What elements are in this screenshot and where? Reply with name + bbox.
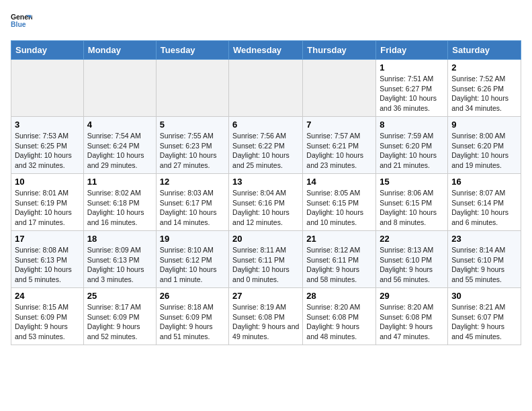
svg-text:General: General: [11, 13, 32, 21]
day-info: Sunrise: 7:52 AM Sunset: 6:26 PM Dayligh…: [451, 74, 517, 113]
day-number: 27: [232, 291, 299, 301]
day-info: Sunrise: 8:05 AM Sunset: 6:15 PM Dayligh…: [306, 188, 372, 228]
header-sunday: Sunday: [11, 41, 84, 60]
calendar-cell: 3Sunrise: 7:53 AM Sunset: 6:25 PM Daylig…: [11, 117, 84, 174]
day-number: 28: [306, 291, 372, 301]
day-number: 15: [380, 177, 444, 187]
svg-text:Blue: Blue: [11, 21, 26, 28]
day-info: Sunrise: 8:10 AM Sunset: 6:12 PM Dayligh…: [160, 245, 225, 285]
calendar-cell: 28Sunrise: 8:20 AM Sunset: 6:08 PM Dayli…: [303, 288, 376, 345]
day-number: 9: [451, 120, 517, 130]
calendar-cell: 12Sunrise: 8:03 AM Sunset: 6:17 PM Dayli…: [156, 174, 228, 231]
calendar-cell: 2Sunrise: 7:52 AM Sunset: 6:26 PM Daylig…: [448, 60, 521, 117]
day-number: 30: [451, 291, 517, 301]
day-info: Sunrise: 7:54 AM Sunset: 6:24 PM Dayligh…: [87, 131, 152, 171]
calendar-cell: 16Sunrise: 8:07 AM Sunset: 6:14 PM Dayli…: [448, 174, 521, 231]
header: General Blue: [11, 11, 521, 32]
header-tuesday: Tuesday: [156, 41, 228, 60]
day-number: 10: [15, 177, 80, 187]
calendar-cell: 1Sunrise: 7:51 AM Sunset: 6:27 PM Daylig…: [376, 60, 448, 117]
calendar-cell: 9Sunrise: 8:00 AM Sunset: 6:20 PM Daylig…: [448, 117, 521, 174]
week-row-3: 17Sunrise: 8:08 AM Sunset: 6:13 PM Dayli…: [11, 231, 521, 288]
day-number: 4: [87, 120, 152, 130]
calendar-cell: 6Sunrise: 7:56 AM Sunset: 6:22 PM Daylig…: [229, 117, 303, 174]
day-number: 17: [15, 234, 80, 244]
day-number: 23: [451, 234, 517, 244]
calendar-cell: 23Sunrise: 8:14 AM Sunset: 6:10 PM Dayli…: [448, 231, 521, 288]
day-info: Sunrise: 8:06 AM Sunset: 6:15 PM Dayligh…: [380, 188, 444, 228]
day-info: Sunrise: 8:18 AM Sunset: 6:09 PM Dayligh…: [160, 302, 225, 342]
calendar-cell: 11Sunrise: 8:02 AM Sunset: 6:18 PM Dayli…: [83, 174, 156, 231]
day-info: Sunrise: 8:04 AM Sunset: 6:16 PM Dayligh…: [232, 188, 299, 228]
day-info: Sunrise: 8:17 AM Sunset: 6:09 PM Dayligh…: [87, 302, 152, 342]
day-number: 24: [15, 291, 80, 301]
calendar-cell: 27Sunrise: 8:19 AM Sunset: 6:08 PM Dayli…: [229, 288, 303, 345]
week-row-2: 10Sunrise: 8:01 AM Sunset: 6:19 PM Dayli…: [11, 174, 521, 231]
calendar-cell: 21Sunrise: 8:12 AM Sunset: 6:11 PM Dayli…: [303, 231, 376, 288]
day-number: 20: [232, 234, 299, 244]
calendar-cell: 24Sunrise: 8:15 AM Sunset: 6:09 PM Dayli…: [11, 288, 84, 345]
day-info: Sunrise: 8:11 AM Sunset: 6:11 PM Dayligh…: [232, 245, 299, 285]
calendar-cell: 26Sunrise: 8:18 AM Sunset: 6:09 PM Dayli…: [156, 288, 228, 345]
calendar-cell: [83, 60, 156, 117]
calendar-cell: [303, 60, 376, 117]
day-info: Sunrise: 8:20 AM Sunset: 6:08 PM Dayligh…: [306, 302, 372, 342]
calendar-cell: 4Sunrise: 7:54 AM Sunset: 6:24 PM Daylig…: [83, 117, 156, 174]
calendar-cell: [156, 60, 228, 117]
calendar-cell: 20Sunrise: 8:11 AM Sunset: 6:11 PM Dayli…: [229, 231, 303, 288]
week-row-4: 24Sunrise: 8:15 AM Sunset: 6:09 PM Dayli…: [11, 288, 521, 345]
header-wednesday: Wednesday: [229, 41, 303, 60]
day-info: Sunrise: 8:03 AM Sunset: 6:17 PM Dayligh…: [160, 188, 225, 228]
calendar-header-row: SundayMondayTuesdayWednesdayThursdayFrid…: [11, 41, 521, 60]
day-number: 19: [160, 234, 225, 244]
day-info: Sunrise: 8:02 AM Sunset: 6:18 PM Dayligh…: [87, 188, 152, 228]
calendar-cell: 5Sunrise: 7:55 AM Sunset: 6:23 PM Daylig…: [156, 117, 228, 174]
day-info: Sunrise: 8:00 AM Sunset: 6:20 PM Dayligh…: [451, 131, 517, 171]
day-info: Sunrise: 8:19 AM Sunset: 6:08 PM Dayligh…: [232, 302, 299, 342]
calendar-cell: [11, 60, 84, 117]
day-number: 25: [87, 291, 152, 301]
day-number: 12: [160, 177, 225, 187]
calendar-cell: 22Sunrise: 8:13 AM Sunset: 6:10 PM Dayli…: [376, 231, 448, 288]
logo: General Blue: [11, 11, 35, 32]
calendar-cell: [229, 60, 303, 117]
week-row-1: 3Sunrise: 7:53 AM Sunset: 6:25 PM Daylig…: [11, 117, 521, 174]
day-number: 7: [306, 120, 372, 130]
day-number: 18: [87, 234, 152, 244]
day-number: 16: [451, 177, 517, 187]
calendar-cell: 13Sunrise: 8:04 AM Sunset: 6:16 PM Dayli…: [229, 174, 303, 231]
day-number: 3: [15, 120, 80, 130]
calendar-cell: 17Sunrise: 8:08 AM Sunset: 6:13 PM Dayli…: [11, 231, 84, 288]
day-number: 6: [232, 120, 299, 130]
calendar-cell: 19Sunrise: 8:10 AM Sunset: 6:12 PM Dayli…: [156, 231, 228, 288]
calendar-cell: 10Sunrise: 8:01 AM Sunset: 6:19 PM Dayli…: [11, 174, 84, 231]
day-number: 5: [160, 120, 225, 130]
day-number: 22: [380, 234, 444, 244]
header-monday: Monday: [83, 41, 156, 60]
calendar-cell: 8Sunrise: 7:59 AM Sunset: 6:20 PM Daylig…: [376, 117, 448, 174]
day-info: Sunrise: 8:14 AM Sunset: 6:10 PM Dayligh…: [451, 245, 517, 285]
day-number: 14: [306, 177, 372, 187]
week-row-0: 1Sunrise: 7:51 AM Sunset: 6:27 PM Daylig…: [11, 60, 521, 117]
day-info: Sunrise: 8:09 AM Sunset: 6:13 PM Dayligh…: [87, 245, 152, 285]
day-number: 26: [160, 291, 225, 301]
calendar-cell: 30Sunrise: 8:21 AM Sunset: 6:07 PM Dayli…: [448, 288, 521, 345]
day-info: Sunrise: 7:59 AM Sunset: 6:20 PM Dayligh…: [380, 131, 444, 171]
calendar-cell: 15Sunrise: 8:06 AM Sunset: 6:15 PM Dayli…: [376, 174, 448, 231]
calendar-cell: 25Sunrise: 8:17 AM Sunset: 6:09 PM Dayli…: [83, 288, 156, 345]
header-saturday: Saturday: [448, 41, 521, 60]
calendar-cell: 14Sunrise: 8:05 AM Sunset: 6:15 PM Dayli…: [303, 174, 376, 231]
day-info: Sunrise: 7:53 AM Sunset: 6:25 PM Dayligh…: [15, 131, 80, 171]
day-number: 1: [380, 62, 444, 73]
day-info: Sunrise: 8:13 AM Sunset: 6:10 PM Dayligh…: [380, 245, 444, 285]
header-friday: Friday: [376, 41, 448, 60]
logo-icon: General Blue: [11, 11, 32, 32]
day-info: Sunrise: 7:55 AM Sunset: 6:23 PM Dayligh…: [160, 131, 225, 171]
day-info: Sunrise: 8:01 AM Sunset: 6:19 PM Dayligh…: [15, 188, 80, 228]
calendar-cell: 18Sunrise: 8:09 AM Sunset: 6:13 PM Dayli…: [83, 231, 156, 288]
day-info: Sunrise: 8:15 AM Sunset: 6:09 PM Dayligh…: [15, 302, 80, 342]
day-number: 2: [451, 62, 517, 73]
day-info: Sunrise: 7:51 AM Sunset: 6:27 PM Dayligh…: [380, 74, 444, 113]
calendar-cell: 7Sunrise: 7:57 AM Sunset: 6:21 PM Daylig…: [303, 117, 376, 174]
day-number: 29: [380, 291, 444, 301]
